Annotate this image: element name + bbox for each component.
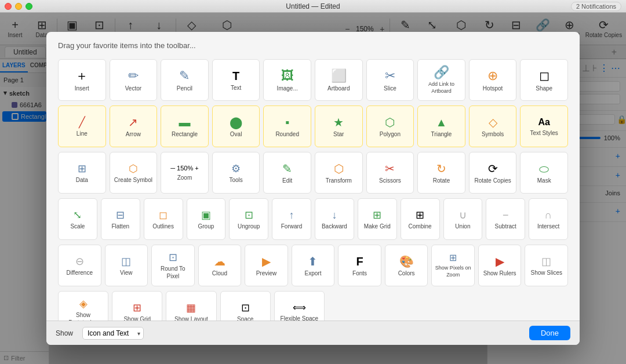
show-grid-grid-icon: ⊞ (133, 303, 141, 313)
text-styles-grid-icon: Aa (538, 118, 549, 127)
grid-item-text[interactable]: T Text (212, 59, 260, 101)
grid-item-pencil[interactable]: ✎ Pencil (161, 59, 209, 101)
space-grid-icon: ⊡ (241, 303, 250, 313)
rectangle-grid-icon: ▬ (179, 117, 190, 128)
arrow-grid-icon: ↗ (128, 117, 138, 128)
grid-item-combine[interactable]: ⊞ Combine (401, 198, 440, 240)
star-grid-icon: ★ (333, 117, 344, 128)
grid-item-difference[interactable]: ⊖ Difference (58, 245, 101, 286)
export-grid-icon: ⬆ (308, 256, 318, 267)
scale-grid-icon: ⤡ (73, 210, 82, 220)
grid-item-oval[interactable]: ⬤ Oval (212, 105, 260, 147)
grid-item-forward-row4[interactable]: ↑ Forward (272, 198, 311, 240)
grid-item-export[interactable]: ⬆ Export (292, 245, 335, 286)
maximize-button[interactable] (26, 3, 32, 10)
grid-item-ungroup-row4[interactable]: ⊡ Ungroup (229, 198, 268, 240)
grid-item-triangle[interactable]: ▲ Triangle (417, 105, 465, 147)
hotspot-grid-icon: ⊕ (487, 70, 498, 82)
notifications-badge[interactable]: 2 Notifications (571, 2, 621, 11)
grid-item-rectangle[interactable]: ▬ Rectangle (161, 105, 209, 147)
grid-item-flex-space[interactable]: ⟺ Flexible Space (274, 291, 325, 321)
grid-item-space[interactable]: ⊡ Space (220, 291, 271, 321)
show-layout-grid-icon: ▦ (186, 303, 196, 313)
backward-row4-grid-icon: ↓ (332, 210, 337, 220)
round-pixel-grid-icon: ⊡ (169, 252, 177, 263)
grid-item-cloud[interactable]: ☁ Cloud (198, 245, 242, 286)
grid-item-arrow[interactable]: ↗ Arrow (110, 105, 158, 147)
close-button[interactable] (5, 3, 12, 10)
modal-body: Drag your favorite items into the toolba… (46, 32, 580, 321)
grid-item-rotate-copies[interactable]: ⟳ Rotate Copies (469, 152, 517, 194)
transform-grid-icon: ⬡ (334, 163, 344, 174)
grid-item-show-layout[interactable]: ▦ Show Layout (166, 291, 216, 321)
colors-grid-icon: 🎨 (399, 256, 414, 267)
modal-instruction: Drag your favorite items into the toolba… (58, 41, 568, 50)
grid-item-create-symbol[interactable]: ⬡ Create Symbol (110, 152, 158, 194)
grid-item-rotate[interactable]: ↻ Rotate (417, 152, 465, 194)
grid-item-mask[interactable]: ⬭ Mask (520, 152, 568, 194)
grid-item-flatten[interactable]: ⊟ Flatten (101, 198, 140, 240)
customize-toolbar-modal: Drag your favorite items into the toolba… (46, 32, 580, 345)
grid-item-zoom[interactable]: ─ 150% + Zoom (161, 152, 209, 194)
grid-item-scale[interactable]: ⤡ Scale (58, 198, 97, 240)
show-proto-grid-icon: ◈ (79, 299, 88, 309)
grid-item-rounded[interactable]: ▪ Rounded (263, 105, 311, 147)
grid-item-polygon[interactable]: ⬡ Polygon (366, 105, 414, 147)
grid-item-outlines[interactable]: ◻ Outlines (144, 198, 183, 240)
grid-item-view[interactable]: ◫ View (105, 245, 148, 286)
grid-item-symbols[interactable]: ◇ Symbols (469, 105, 517, 147)
show-select[interactable]: Icon and Text Icon Only Text Only (82, 327, 144, 340)
ungroup-row4-grid-icon: ⊡ (245, 210, 253, 220)
done-button[interactable]: Done (529, 326, 570, 340)
symbols-grid-icon: ◇ (489, 117, 497, 128)
grid-item-show-slices[interactable]: ◫ Show Slices (525, 245, 568, 286)
grid-item-show-rulers[interactable]: ▶ Show Rulers (478, 245, 522, 286)
grid-item-union[interactable]: ∪ Union (443, 198, 483, 240)
grid-item-add-link[interactable]: 🔗 Add Link to Artboard (417, 59, 465, 101)
grid-item-data[interactable]: ⊞ Data (58, 152, 106, 194)
grid-item-make-grid[interactable]: ⊞ Make Grid (358, 198, 397, 240)
grid-item-artboard[interactable]: ⬜ Artboard (315, 59, 363, 101)
rotate-grid-icon: ↻ (436, 163, 446, 174)
grid-item-fonts[interactable]: F Fonts (338, 245, 381, 286)
create-symbol-grid-icon: ⬡ (129, 163, 138, 174)
grid-item-colors[interactable]: 🎨 Colors (385, 245, 428, 286)
grid-row-6: ◈ Show Prototyping ⊞ Show Grid ▦ Show La… (58, 291, 325, 321)
forward-row4-grid-icon: ↑ (289, 210, 294, 220)
combine-grid-icon: ⊞ (416, 210, 424, 220)
grid-item-shape[interactable]: ◻ Shape (520, 59, 568, 101)
line-grid-icon: ╱ (79, 117, 85, 128)
text-grid-icon: T (232, 70, 239, 82)
grid-item-tools[interactable]: ⚙ Tools (212, 152, 260, 194)
grid-item-group-row4[interactable]: ▣ Group (187, 198, 226, 240)
flatten-grid-icon: ⊟ (116, 210, 125, 220)
grid-item-show-grid[interactable]: ⊞ Show Grid (112, 291, 162, 321)
grid-item-backward-row4[interactable]: ↓ Backward (315, 198, 354, 240)
grid-item-insert[interactable]: ＋ Insert (58, 59, 106, 101)
grid-item-hotspot[interactable]: ⊕ Hotspot (469, 59, 517, 101)
scissors-grid-icon: ✂ (385, 163, 395, 174)
grid-item-show-proto[interactable]: ◈ Show Prototyping (58, 291, 108, 321)
grid-item-round-pixel[interactable]: ⊡ Round To Pixel (151, 245, 195, 286)
grid-item-preview[interactable]: ▶ Preview (245, 245, 288, 286)
grid-item-show-pixels[interactable]: ⊞ Show Pixels on Zoom (431, 245, 475, 286)
grid-item-edit[interactable]: ✎ Edit (263, 152, 311, 194)
modal-footer: Show Icon and Text Icon Only Text Only ▾… (46, 321, 580, 345)
subtract-grid-icon: − (503, 210, 509, 220)
grid-item-image[interactable]: 🖼 Image... (263, 59, 311, 101)
grid-item-transform[interactable]: ⬡ Transform (315, 152, 363, 194)
grid-item-star[interactable]: ★ Star (315, 105, 363, 147)
minimize-button[interactable] (15, 3, 22, 10)
tools-grid-icon: ⚙ (231, 163, 241, 174)
grid-item-intersect[interactable]: ∩ Intersect (529, 198, 568, 240)
grid-item-subtract[interactable]: − Subtract (486, 198, 525, 240)
grid-item-slice[interactable]: ✂ Slice (366, 59, 414, 101)
grid-item-line[interactable]: ╱ Line (58, 105, 106, 147)
polygon-grid-icon: ⬡ (385, 117, 395, 128)
artboard-grid-icon: ⬜ (331, 70, 347, 82)
grid-row-3: ⊞ Data ⬡ Create Symbol ─ 150% + Zoom ⚙ T… (58, 152, 568, 194)
grid-item-scissors[interactable]: ✂ Scissors (366, 152, 414, 194)
grid-item-vector[interactable]: ✏ Vector (110, 59, 158, 101)
grid-row-1: ＋ Insert ✏ Vector ✎ Pencil T Text 🖼 I (58, 59, 568, 101)
grid-item-text-styles[interactable]: Aa Text Styles (520, 105, 568, 147)
